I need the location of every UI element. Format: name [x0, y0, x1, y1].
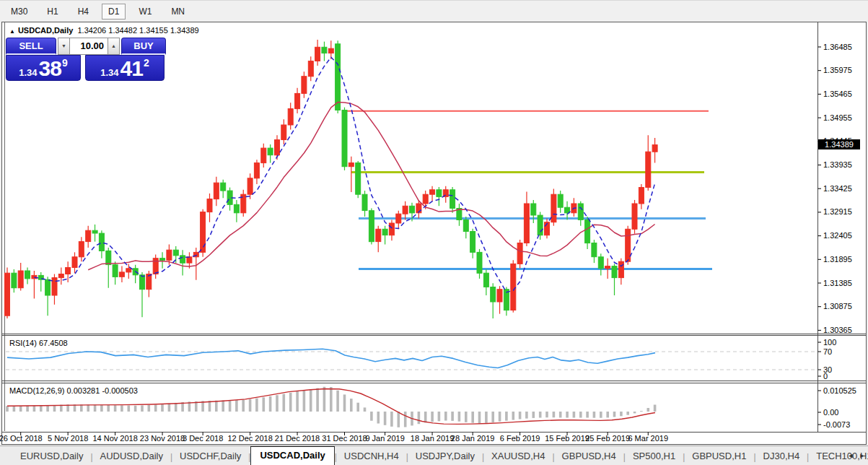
price-axis-label: 1.31895: [823, 255, 852, 264]
sell-price-pip: 9: [62, 57, 68, 69]
macd-axis-label: -0.0073: [823, 420, 850, 429]
rsi-axis-label: 0: [823, 372, 828, 381]
tab-scroll-right-icon[interactable]: ►: [857, 450, 867, 461]
symbol-tab-strip: EURUSD,Daily|AUDUSD,Daily|USDCHF,Daily|U…: [0, 446, 868, 465]
rsi-axis-label: 100: [823, 338, 836, 347]
symbol-tab-usdcnh-h4[interactable]: USDCNH,H4: [337, 448, 406, 465]
buy-price-prefix: 1.34: [100, 67, 118, 78]
symbol-tab-eurusd-daily[interactable]: EURUSD,Daily: [13, 448, 90, 465]
symbol-tab-xauusd-h4[interactable]: XAUUSD,H4: [484, 448, 552, 465]
timeframe-button-m30[interactable]: M30: [4, 4, 34, 19]
price-axis-label: 1.32915: [823, 207, 852, 216]
volume-stepper: ▼ 10.00 ▲: [58, 38, 120, 55]
symbol-tab-sp500-h1[interactable]: SP500,H1: [626, 448, 683, 465]
buy-price-big: 41: [120, 59, 143, 78]
price-axis-label: 1.32405: [823, 231, 852, 240]
sell-price-prefix: 1.34: [19, 67, 37, 78]
symbol-tab-usdcad-daily[interactable]: USDCAD,Daily: [250, 446, 334, 465]
symbol-tab-audusd-daily[interactable]: AUDUSD,Daily: [93, 448, 170, 465]
sell-price-button[interactable]: 1.34 38 9: [6, 55, 81, 81]
macd-indicator-label: MACD(12,26,9) 0.003281 -0.000503: [9, 386, 138, 395]
chart-symbol-label: USDCAD,Daily: [18, 26, 73, 35]
chart-title: ▲USDCAD,Daily 1.34206 1.34482 1.34155 1.…: [9, 26, 199, 35]
macd-axis-label: 0.010525: [823, 386, 856, 395]
timeframe-toolbar: M30H1H4D1W1MN: [0, 0, 868, 22]
price-axis-label: 1.30365: [823, 326, 852, 334]
sell-button[interactable]: SELL: [6, 38, 56, 55]
timeframe-button-h4[interactable]: H4: [71, 4, 95, 19]
price-axis-label: 1.35465: [823, 90, 852, 98]
rsi-axis-label: 70: [823, 347, 832, 356]
macd-axis-label: 0.00: [823, 408, 838, 417]
chart-window: [1, 22, 867, 445]
price-axis-label: 1.36485: [823, 43, 852, 51]
price-axis-label: 1.35975: [823, 66, 852, 74]
timeframe-button-h1[interactable]: H1: [40, 4, 64, 19]
buy-price-pip: 2: [144, 57, 149, 69]
symbol-tab-usdjpy-daily[interactable]: USDJPY,Daily: [408, 448, 482, 465]
symbol-tab-usdchf-daily[interactable]: USDCHF,Daily: [172, 448, 248, 465]
volume-input[interactable]: 10.00: [70, 38, 108, 55]
date-label: 6 Mar 2019: [621, 434, 675, 443]
trading-app: M30H1H4D1W1MN ▲USDCAD,Daily 1.34206 1.34…: [0, 0, 868, 465]
buy-price-button[interactable]: 1.34 41 2: [85, 55, 165, 81]
timeframe-button-w1[interactable]: W1: [132, 4, 158, 19]
ohlc-triangle-icon: ▲: [9, 28, 15, 35]
symbol-tab-gbpusd-h4[interactable]: GBPUSD,H4: [555, 448, 623, 465]
volume-decrease-icon[interactable]: ▼: [58, 38, 70, 55]
symbol-tab-dj30-h4[interactable]: DJ30,H4: [756, 448, 807, 465]
price-axis-label: 1.34955: [823, 113, 852, 122]
buy-button[interactable]: BUY: [121, 38, 166, 55]
sell-price-big: 38: [39, 59, 61, 78]
timeframe-button-mn[interactable]: MN: [165, 4, 191, 19]
price-axis-label: 1.33425: [823, 184, 852, 193]
one-click-trade-panel: SELL ▼ 10.00 ▲ BUY 1.34 38 9 1.34 41 2: [6, 38, 166, 81]
price-axis-label: 1.30875: [823, 302, 852, 310]
tab-scroll-left-icon[interactable]: ◄: [846, 450, 856, 461]
volume-increase-icon[interactable]: ▲: [108, 38, 120, 55]
price-axis-label: 1.31385: [823, 279, 852, 287]
rsi-indicator-label: RSI(14) 67.4508: [9, 339, 68, 347]
symbol-tab-gbpusd-h1[interactable]: GBPUSD,H1: [685, 448, 753, 465]
timeframe-button-d1[interactable]: D1: [102, 4, 126, 19]
price-axis-label: 1.33935: [823, 160, 852, 169]
current-price-tag: 1.34389: [818, 139, 860, 149]
chart-ohlc-values: 1.34206 1.34482 1.34155 1.34389: [77, 26, 198, 35]
